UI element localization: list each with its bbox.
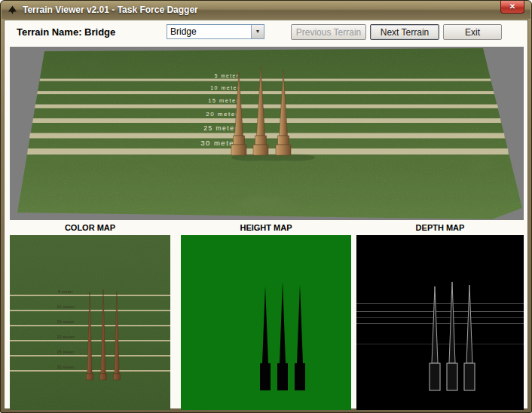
distance-label: 10 meter — [57, 304, 75, 309]
close-icon: ✕ — [509, 2, 515, 11]
distance-label: 20 meter — [206, 111, 239, 118]
titlebar[interactable]: Terrain Viewer v2.01 - Task Force Dagger… — [2, 1, 530, 19]
next-terrain-button[interactable]: Next Terrain — [370, 24, 439, 40]
height-map-panel — [181, 235, 351, 410]
previous-terrain-button[interactable]: Previous Terrain — [291, 24, 366, 40]
map-labels-row: COLOR MAP HEIGHT MAP DEPTH MAP — [10, 223, 524, 234]
terrain-select[interactable]: Bridge ▼ — [167, 24, 264, 39]
depth-map-label: DEPTH MAP — [356, 223, 524, 234]
height-map-label: HEIGHT MAP — [181, 223, 351, 234]
exit-button[interactable]: Exit — [443, 24, 502, 40]
depth-map-panel — [356, 235, 524, 410]
app-icon — [7, 5, 18, 16]
app-window: Terrain Viewer v2.01 - Task Force Dagger… — [0, 0, 532, 413]
distance-label: 15 meter — [57, 320, 75, 324]
color-map-graphic: 5 meter 10 meter 15 meter 20 meter 25 me… — [10, 235, 170, 410]
color-map-label: COLOR MAP — [10, 223, 170, 234]
distance-label: 5 meter — [58, 289, 73, 294]
window-content: Terrain Name: Bridge Bridge ▼ Previous T… — [4, 20, 528, 409]
distance-label: 30 meter — [57, 365, 75, 369]
height-map-graphic — [181, 235, 351, 410]
terrain-3d-view[interactable]: 5 meter 10 meter 15 meter 20 meter 25 me… — [10, 47, 524, 220]
distance-label: 25 meter — [57, 350, 75, 354]
distance-label: 5 meter — [215, 73, 240, 78]
chevron-down-icon[interactable]: ▼ — [251, 25, 264, 38]
window-title: Terrain Viewer v2.01 - Task Force Dagger — [23, 5, 198, 15]
distance-label: 10 meter — [210, 85, 240, 90]
color-map-panel: 5 meter 10 meter 15 meter 20 meter 25 me… — [10, 235, 170, 410]
map-panels-row: 5 meter 10 meter 15 meter 20 meter 25 me… — [10, 235, 524, 410]
app-icon-graphic — [7, 5, 18, 16]
terrain-3d-graphic: 5 meter 10 meter 15 meter 20 meter 25 me… — [10, 47, 524, 220]
distance-label: 25 meter — [203, 124, 238, 132]
terrain-name-label: Terrain Name: Bridge — [17, 26, 115, 38]
distance-label: 15 meter — [208, 97, 240, 104]
distance-label: 20 meter — [57, 335, 75, 339]
depth-map-graphic — [356, 235, 524, 410]
close-button[interactable]: ✕ — [500, 1, 524, 14]
terrain-select-value: Bridge — [167, 26, 251, 37]
